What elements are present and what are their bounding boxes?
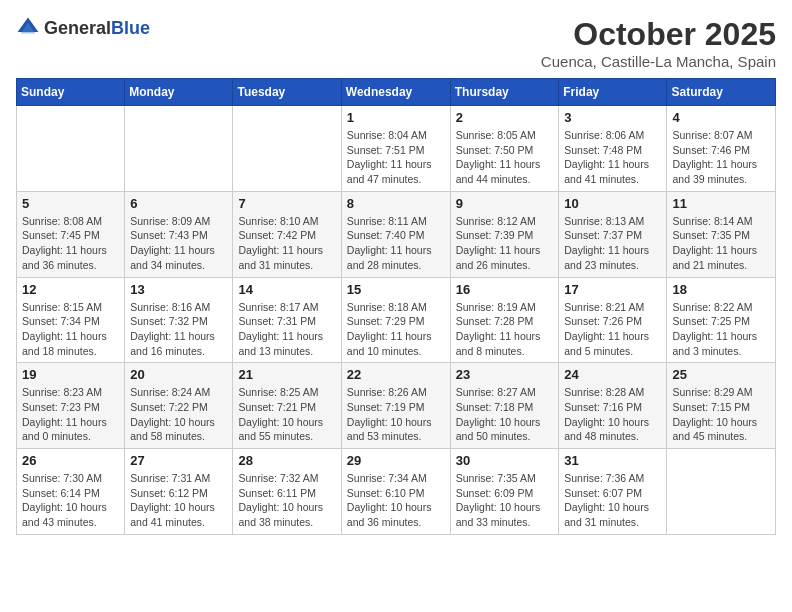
calendar-cell: 1Sunrise: 8:04 AM Sunset: 7:51 PM Daylig…	[341, 106, 450, 192]
calendar-cell: 2Sunrise: 8:05 AM Sunset: 7:50 PM Daylig…	[450, 106, 559, 192]
day-number: 22	[347, 367, 445, 382]
day-number: 18	[672, 282, 770, 297]
day-info: Sunrise: 8:08 AM Sunset: 7:45 PM Dayligh…	[22, 214, 119, 273]
day-info: Sunrise: 8:06 AM Sunset: 7:48 PM Dayligh…	[564, 128, 661, 187]
calendar-cell: 10Sunrise: 8:13 AM Sunset: 7:37 PM Dayli…	[559, 191, 667, 277]
weekday-header-wednesday: Wednesday	[341, 79, 450, 106]
day-info: Sunrise: 8:28 AM Sunset: 7:16 PM Dayligh…	[564, 385, 661, 444]
day-info: Sunrise: 8:15 AM Sunset: 7:34 PM Dayligh…	[22, 300, 119, 359]
day-number: 28	[238, 453, 335, 468]
logo-blue: Blue	[111, 18, 150, 38]
weekday-header-thursday: Thursday	[450, 79, 559, 106]
day-number: 21	[238, 367, 335, 382]
day-number: 24	[564, 367, 661, 382]
day-info: Sunrise: 8:19 AM Sunset: 7:28 PM Dayligh…	[456, 300, 554, 359]
calendar-cell	[125, 106, 233, 192]
day-info: Sunrise: 8:27 AM Sunset: 7:18 PM Dayligh…	[456, 385, 554, 444]
weekday-header-tuesday: Tuesday	[233, 79, 341, 106]
day-info: Sunrise: 8:29 AM Sunset: 7:15 PM Dayligh…	[672, 385, 770, 444]
weekday-header-monday: Monday	[125, 79, 233, 106]
calendar-week-5: 26Sunrise: 7:30 AM Sunset: 6:14 PM Dayli…	[17, 449, 776, 535]
calendar-cell	[17, 106, 125, 192]
day-number: 23	[456, 367, 554, 382]
calendar-week-3: 12Sunrise: 8:15 AM Sunset: 7:34 PM Dayli…	[17, 277, 776, 363]
calendar-cell: 3Sunrise: 8:06 AM Sunset: 7:48 PM Daylig…	[559, 106, 667, 192]
day-number: 30	[456, 453, 554, 468]
calendar-cell: 31Sunrise: 7:36 AM Sunset: 6:07 PM Dayli…	[559, 449, 667, 535]
calendar-cell: 26Sunrise: 7:30 AM Sunset: 6:14 PM Dayli…	[17, 449, 125, 535]
calendar-cell: 28Sunrise: 7:32 AM Sunset: 6:11 PM Dayli…	[233, 449, 341, 535]
day-info: Sunrise: 8:05 AM Sunset: 7:50 PM Dayligh…	[456, 128, 554, 187]
day-info: Sunrise: 8:23 AM Sunset: 7:23 PM Dayligh…	[22, 385, 119, 444]
day-info: Sunrise: 8:25 AM Sunset: 7:21 PM Dayligh…	[238, 385, 335, 444]
day-number: 31	[564, 453, 661, 468]
calendar-cell: 24Sunrise: 8:28 AM Sunset: 7:16 PM Dayli…	[559, 363, 667, 449]
day-info: Sunrise: 8:22 AM Sunset: 7:25 PM Dayligh…	[672, 300, 770, 359]
calendar-cell: 23Sunrise: 8:27 AM Sunset: 7:18 PM Dayli…	[450, 363, 559, 449]
day-number: 5	[22, 196, 119, 211]
calendar-cell	[667, 449, 776, 535]
day-info: Sunrise: 7:36 AM Sunset: 6:07 PM Dayligh…	[564, 471, 661, 530]
day-number: 2	[456, 110, 554, 125]
calendar-cell: 12Sunrise: 8:15 AM Sunset: 7:34 PM Dayli…	[17, 277, 125, 363]
day-number: 4	[672, 110, 770, 125]
location-subtitle: Cuenca, Castille-La Mancha, Spain	[541, 53, 776, 70]
calendar-cell: 13Sunrise: 8:16 AM Sunset: 7:32 PM Dayli…	[125, 277, 233, 363]
day-number: 25	[672, 367, 770, 382]
weekday-header-saturday: Saturday	[667, 79, 776, 106]
calendar-cell: 20Sunrise: 8:24 AM Sunset: 7:22 PM Dayli…	[125, 363, 233, 449]
calendar-week-2: 5Sunrise: 8:08 AM Sunset: 7:45 PM Daylig…	[17, 191, 776, 277]
day-number: 11	[672, 196, 770, 211]
day-info: Sunrise: 8:18 AM Sunset: 7:29 PM Dayligh…	[347, 300, 445, 359]
day-info: Sunrise: 7:30 AM Sunset: 6:14 PM Dayligh…	[22, 471, 119, 530]
calendar-cell: 27Sunrise: 7:31 AM Sunset: 6:12 PM Dayli…	[125, 449, 233, 535]
calendar-week-4: 19Sunrise: 8:23 AM Sunset: 7:23 PM Dayli…	[17, 363, 776, 449]
day-info: Sunrise: 8:10 AM Sunset: 7:42 PM Dayligh…	[238, 214, 335, 273]
day-number: 8	[347, 196, 445, 211]
day-info: Sunrise: 8:26 AM Sunset: 7:19 PM Dayligh…	[347, 385, 445, 444]
calendar-cell: 11Sunrise: 8:14 AM Sunset: 7:35 PM Dayli…	[667, 191, 776, 277]
day-info: Sunrise: 8:14 AM Sunset: 7:35 PM Dayligh…	[672, 214, 770, 273]
weekday-header-friday: Friday	[559, 79, 667, 106]
logo-icon	[16, 16, 40, 40]
calendar-cell: 29Sunrise: 7:34 AM Sunset: 6:10 PM Dayli…	[341, 449, 450, 535]
calendar-cell: 14Sunrise: 8:17 AM Sunset: 7:31 PM Dayli…	[233, 277, 341, 363]
calendar-cell: 9Sunrise: 8:12 AM Sunset: 7:39 PM Daylig…	[450, 191, 559, 277]
day-number: 15	[347, 282, 445, 297]
day-info: Sunrise: 8:07 AM Sunset: 7:46 PM Dayligh…	[672, 128, 770, 187]
calendar-cell: 7Sunrise: 8:10 AM Sunset: 7:42 PM Daylig…	[233, 191, 341, 277]
calendar-table: SundayMondayTuesdayWednesdayThursdayFrid…	[16, 78, 776, 535]
day-info: Sunrise: 7:34 AM Sunset: 6:10 PM Dayligh…	[347, 471, 445, 530]
day-number: 27	[130, 453, 227, 468]
day-number: 14	[238, 282, 335, 297]
calendar-cell: 19Sunrise: 8:23 AM Sunset: 7:23 PM Dayli…	[17, 363, 125, 449]
calendar-cell: 22Sunrise: 8:26 AM Sunset: 7:19 PM Dayli…	[341, 363, 450, 449]
day-number: 13	[130, 282, 227, 297]
calendar-cell: 21Sunrise: 8:25 AM Sunset: 7:21 PM Dayli…	[233, 363, 341, 449]
month-title: October 2025	[541, 16, 776, 53]
day-number: 26	[22, 453, 119, 468]
calendar-cell: 18Sunrise: 8:22 AM Sunset: 7:25 PM Dayli…	[667, 277, 776, 363]
page-header: GeneralBlue October 2025 Cuenca, Castill…	[16, 16, 776, 70]
day-info: Sunrise: 8:12 AM Sunset: 7:39 PM Dayligh…	[456, 214, 554, 273]
day-info: Sunrise: 8:13 AM Sunset: 7:37 PM Dayligh…	[564, 214, 661, 273]
calendar-cell: 6Sunrise: 8:09 AM Sunset: 7:43 PM Daylig…	[125, 191, 233, 277]
day-number: 19	[22, 367, 119, 382]
day-info: Sunrise: 7:31 AM Sunset: 6:12 PM Dayligh…	[130, 471, 227, 530]
weekday-header-sunday: Sunday	[17, 79, 125, 106]
day-info: Sunrise: 8:09 AM Sunset: 7:43 PM Dayligh…	[130, 214, 227, 273]
day-info: Sunrise: 7:35 AM Sunset: 6:09 PM Dayligh…	[456, 471, 554, 530]
day-info: Sunrise: 8:21 AM Sunset: 7:26 PM Dayligh…	[564, 300, 661, 359]
day-number: 3	[564, 110, 661, 125]
calendar-cell: 17Sunrise: 8:21 AM Sunset: 7:26 PM Dayli…	[559, 277, 667, 363]
day-number: 7	[238, 196, 335, 211]
day-number: 10	[564, 196, 661, 211]
day-number: 16	[456, 282, 554, 297]
calendar-cell	[233, 106, 341, 192]
day-number: 29	[347, 453, 445, 468]
title-block: October 2025 Cuenca, Castille-La Mancha,…	[541, 16, 776, 70]
calendar-cell: 5Sunrise: 8:08 AM Sunset: 7:45 PM Daylig…	[17, 191, 125, 277]
day-number: 12	[22, 282, 119, 297]
day-info: Sunrise: 8:11 AM Sunset: 7:40 PM Dayligh…	[347, 214, 445, 273]
calendar-week-1: 1Sunrise: 8:04 AM Sunset: 7:51 PM Daylig…	[17, 106, 776, 192]
